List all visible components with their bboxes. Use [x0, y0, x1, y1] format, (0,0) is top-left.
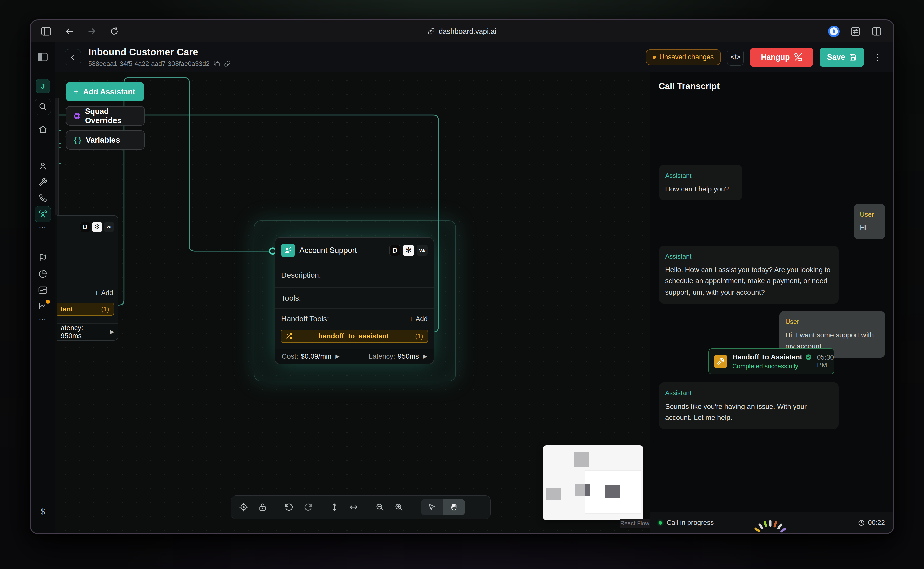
lock-icon[interactable] [257, 500, 269, 515]
add-handoff-tool-button[interactable]: +Add [409, 315, 428, 323]
tools-label: Tools: [281, 294, 301, 302]
url-text: dashboard.vapi.ai [439, 27, 496, 35]
spinner-bar [780, 527, 787, 533]
workflow-canvas[interactable]: + Add Assistant Squad Overrides { } Vari… [55, 72, 650, 533]
back-icon[interactable] [65, 27, 74, 36]
phone-calls-icon[interactable] [35, 190, 51, 206]
reload-icon[interactable] [110, 27, 119, 36]
save-button[interactable]: Save [819, 48, 864, 67]
select-tool-button[interactable] [421, 499, 443, 515]
handoff-title: Handoff To Assistant [733, 353, 802, 361]
sidebar-more-top[interactable]: ⋯ [35, 222, 51, 232]
minimap[interactable] [543, 446, 643, 520]
metrics-chart-icon[interactable] [35, 298, 51, 314]
spinner-bar [782, 532, 789, 534]
panel-title: Call Transcript [659, 81, 720, 91]
browser-window: dashboard.vapi.ai J [30, 19, 894, 534]
zoom-out-icon[interactable] [374, 500, 386, 515]
openai-icon: ✻ [92, 222, 102, 232]
handoff-tool-pill[interactable]: tant (1) [57, 303, 114, 316]
add-handoff-tool-button[interactable]: +Add [95, 289, 113, 297]
offscreen-node-edge [55, 99, 59, 215]
browser-sidebar-toggle-icon[interactable] [41, 27, 51, 36]
vapi-icon: va [104, 222, 114, 232]
spinner-bar [773, 520, 777, 528]
reactflow-attribution: React Flow [620, 519, 650, 528]
flags-icon[interactable] [35, 250, 51, 266]
variables-button[interactable]: { } Variables [66, 130, 145, 150]
tool-wrench-icon [714, 354, 727, 368]
redo-icon[interactable] [302, 500, 314, 515]
fit-vertical-icon[interactable] [328, 500, 340, 515]
handoff-status: Completed successfully [733, 363, 812, 370]
handoff-tool-name: handoff_to_assistant [296, 332, 412, 340]
minimap-node [575, 484, 585, 496]
panel-toggle-icon[interactable] [35, 49, 51, 65]
minimap-node [605, 485, 620, 497]
assistant-id: 588eeaa1-34f5-4a22-aad7-308fae0a33d2 [88, 60, 210, 67]
onepassword-icon[interactable] [828, 26, 840, 37]
voice-library-icon[interactable] [35, 282, 51, 298]
latency-toggle[interactable]: Latency:950ms▶ [369, 352, 427, 361]
description-label: Description: [281, 271, 321, 280]
message-bubble: Assistant Sounds like you're having an i… [659, 382, 839, 429]
spinner-bar [769, 520, 772, 527]
message-bubble: User Hi. [854, 204, 885, 239]
spinner-bar [752, 532, 758, 534]
forward-icon[interactable] [87, 27, 96, 36]
shuffle-icon [286, 333, 292, 339]
squads-icon[interactable] [35, 206, 51, 222]
assistant-node[interactable]: Account Support D ✻ va Description: Tool… [275, 237, 434, 364]
billing-icon[interactable]: $ [35, 504, 51, 520]
call-transcript-panel: Call Transcript Assistant How can I help… [650, 72, 894, 533]
assistant-avatar-icon [281, 243, 295, 257]
transcript-messages: Assistant How can I help you? User Hi. A… [650, 100, 894, 512]
globe-icon [74, 112, 81, 120]
share-link-icon[interactable] [224, 60, 231, 67]
address-bar[interactable]: dashboard.vapi.ai [428, 27, 496, 35]
fit-view-icon[interactable] [237, 500, 249, 515]
more-menu-button[interactable]: ⋮ [871, 52, 884, 62]
handoff-tool-count: (1) [415, 332, 423, 340]
view-code-button[interactable]: </> [727, 49, 744, 65]
fit-horizontal-icon[interactable] [348, 500, 360, 515]
vapi-icon: va [416, 245, 428, 256]
extensions-settings-icon[interactable] [850, 26, 861, 37]
search-icon[interactable] [35, 99, 51, 115]
desktop: dashboard.vapi.ai J [0, 0, 924, 569]
split-view-icon[interactable] [871, 26, 882, 37]
partial-assistant-node[interactable]: D ✻ va +Add tant [57, 215, 118, 341]
add-assistant-button[interactable]: + Add Assistant [66, 82, 144, 102]
back-button[interactable] [65, 49, 81, 65]
minimap-node [546, 488, 561, 500]
spinner-bar [777, 523, 783, 530]
tools-icon[interactable] [35, 174, 51, 190]
unsaved-changes-badge: Unsaved changes [646, 49, 720, 65]
spinner-bar [763, 520, 767, 528]
sidebar-more-bottom[interactable]: ⋯ [35, 314, 51, 324]
link-icon [428, 28, 435, 35]
spinner-bar [754, 527, 761, 533]
save-icon [849, 53, 857, 61]
message-bubble: Assistant Hello. How can I assist you to… [659, 246, 839, 304]
handoff-tool-pill[interactable]: handoff_to_assistant (1) [281, 330, 428, 343]
openai-icon: ✻ [403, 245, 414, 256]
cost-toggle[interactable]: Cost:$0.09/min▶ [282, 352, 340, 361]
notification-dot [46, 300, 50, 304]
analytics-pie-icon[interactable] [35, 266, 51, 282]
assistants-icon[interactable] [35, 158, 51, 174]
copy-icon[interactable] [214, 60, 220, 67]
message-bubble: Assistant How can I help you? [659, 165, 742, 200]
voice-activity-spinner [750, 519, 790, 534]
zoom-in-icon[interactable] [393, 500, 405, 515]
deepgram-icon: D [80, 222, 90, 232]
squad-overrides-button[interactable]: Squad Overrides [66, 106, 145, 126]
user-avatar[interactable]: J [36, 79, 50, 93]
home-icon[interactable] [35, 121, 51, 137]
hangup-button[interactable]: Hangup [750, 48, 813, 67]
handoff-event-card: Handoff To Assistant Completed successfu… [708, 348, 834, 374]
pan-tool-button[interactable] [443, 499, 465, 515]
undo-icon[interactable] [283, 500, 295, 515]
plus-icon: + [73, 87, 79, 97]
unsaved-dot [653, 56, 656, 59]
